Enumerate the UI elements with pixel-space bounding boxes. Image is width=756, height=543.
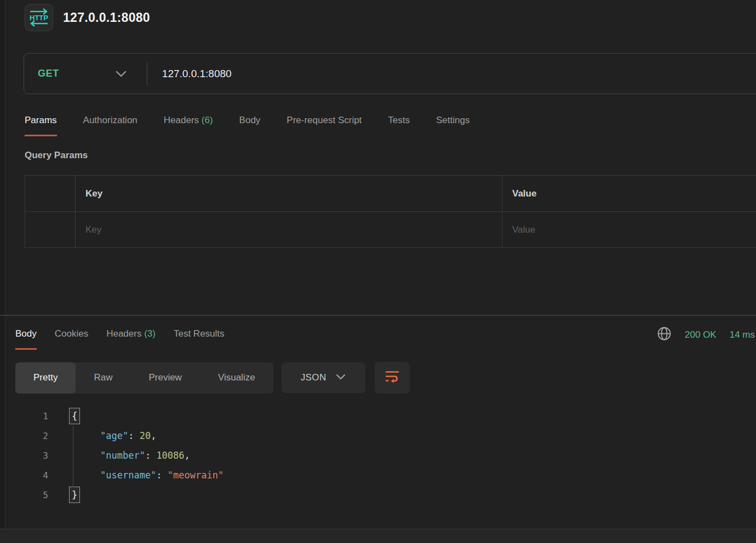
tab-params[interactable]: Params	[25, 111, 57, 136]
query-params-title: Query Params	[25, 150, 88, 161]
chevron-down-icon	[115, 70, 127, 78]
text-wrap-icon	[385, 369, 400, 386]
request-bar-divider	[147, 62, 147, 85]
response-tabs: Body Cookies Headers (3) Test Results	[15, 324, 225, 350]
response-time: 14 ms	[730, 330, 755, 340]
view-mode-segmented-control: Pretty Raw Preview Visualize	[15, 362, 273, 394]
code-line: 1 {	[0, 406, 756, 426]
wrap-lines-button[interactable]	[375, 362, 410, 394]
pane-divider[interactable]	[0, 315, 756, 316]
key-input-cell	[75, 211, 502, 247]
tab-body[interactable]: Body	[239, 111, 261, 136]
key-input[interactable]	[85, 224, 481, 235]
response-headers-count-badge: (3)	[144, 328, 156, 339]
close-brace[interactable]: }	[69, 487, 80, 503]
line-number: 3	[0, 450, 48, 461]
view-preview[interactable]: Preview	[130, 362, 199, 394]
app-window: HTTP 127.0.0.1:8080 GET Params Authoriza…	[0, 0, 756, 543]
value-column-header: Value	[502, 176, 756, 211]
request-header: HTTP 127.0.0.1:8080	[25, 4, 150, 31]
value-input[interactable]	[512, 224, 749, 235]
response-tab-headers[interactable]: Headers (3)	[106, 324, 156, 350]
row-handle-cell	[25, 211, 75, 247]
svg-text:HTTP: HTTP	[30, 14, 48, 22]
response-tab-cookies[interactable]: Cookies	[55, 324, 88, 350]
page-title: 127.0.0.1:8080	[63, 10, 150, 25]
value-input-cell	[502, 211, 756, 247]
chevron-down-icon	[335, 373, 346, 383]
bottom-status-bar	[0, 529, 756, 543]
response-tab-test-results[interactable]: Test Results	[174, 324, 225, 350]
view-visualize[interactable]: Visualize	[200, 362, 273, 394]
tab-headers[interactable]: Headers (6)	[164, 111, 213, 136]
line-number: 4	[0, 470, 48, 481]
status-badge: 200 OK	[685, 330, 717, 340]
tab-tests[interactable]: Tests	[388, 111, 410, 136]
code-line: 2 "age": 20,	[0, 426, 756, 446]
method-label: GET	[38, 68, 59, 79]
request-tabs: Params Authorization Headers (6) Body Pr…	[25, 111, 469, 136]
http-request-icon: HTTP	[25, 4, 53, 31]
format-label: JSON	[301, 372, 327, 383]
format-dropdown[interactable]: JSON	[282, 362, 365, 393]
view-pretty[interactable]: Pretty	[15, 362, 76, 394]
open-brace[interactable]: {	[69, 408, 80, 424]
response-body-viewer: 1 { 2 "age": 20, 3 "number": 10086, 4 "u…	[0, 406, 756, 505]
key-column-header: Key	[75, 176, 502, 211]
line-number: 1	[0, 411, 48, 421]
tab-settings[interactable]: Settings	[436, 111, 469, 136]
code-line: 5 }	[0, 485, 756, 505]
row-handle-cell	[25, 176, 75, 211]
tab-authorization[interactable]: Authorization	[83, 111, 138, 136]
headers-count-badge: (6)	[202, 115, 213, 125]
network-globe-icon[interactable]	[657, 326, 672, 343]
code-line: 4 "username": "meowrain"	[0, 465, 756, 485]
indent-guide	[73, 426, 73, 487]
code-line: 3 "number": 10086,	[0, 446, 756, 465]
query-params-table: Key Value	[25, 175, 756, 248]
response-view-controls: Pretty Raw Preview Visualize JSON	[15, 362, 410, 394]
tab-pre-request-script[interactable]: Pre-request Script	[287, 111, 362, 136]
line-number: 2	[0, 431, 48, 441]
request-url-bar: GET	[24, 53, 756, 94]
line-number: 5	[0, 490, 48, 500]
method-selector[interactable]: GET	[24, 68, 127, 79]
view-raw[interactable]: Raw	[76, 362, 130, 394]
response-meta: 200 OK 14 ms	[657, 326, 755, 343]
response-tab-body[interactable]: Body	[15, 324, 37, 350]
url-input[interactable]	[162, 68, 546, 80]
